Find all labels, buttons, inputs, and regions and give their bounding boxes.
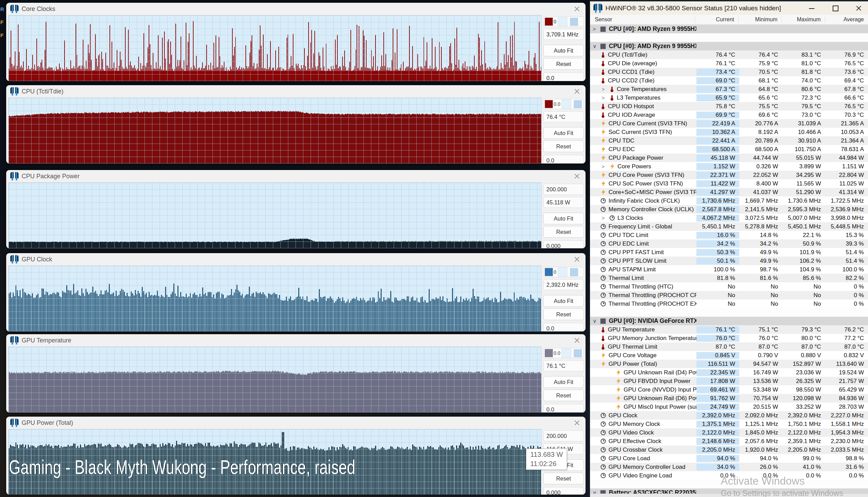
reset-button[interactable]: Reset [543,226,584,238]
chevron-right-icon[interactable]: > [602,215,609,221]
auto-fit-button[interactable]: Auto Fit [543,45,584,56]
sensor-row[interactable]: GPU Video Clock2,122.0 MHz1,845.0 MHz2,1… [590,428,868,437]
graph-area[interactable] [8,347,542,413]
section-row[interactable]: ∨CPU [#0]: AMD Ryzen 9 9955HX: Enhanced [590,42,868,50]
graph-area[interactable] [8,15,542,81]
sensor-row[interactable]: GPU FBVDD Input Power17.808 W13.536 W26.… [590,377,868,385]
legend-toggle-box[interactable] [574,100,582,108]
sensor-row[interactable]: GPU Clock2,392.0 MHz2,092.0 MHz2,392.0 M… [590,411,868,420]
sensor-row[interactable]: Infinity Fabric Clock (FCLK)1,730.6 MHz1… [590,196,868,205]
chevron-down-icon[interactable]: ∨ [593,318,600,324]
close-icon[interactable] [574,337,580,343]
legend-spin-box[interactable] [562,349,571,358]
auto-fit-button[interactable]: Auto Fit [543,127,584,139]
sensor-row[interactable]: CPU Package Power45.118 W44.744 W55.015 … [590,154,868,162]
sensor-row[interactable]: Memory Controller Clock (UCLK)2,567.8 MH… [590,205,868,214]
sensor-row[interactable]: GPU Memory Junction Temperature76.0 °C76… [590,334,868,342]
panel-title-bar[interactable]: CPU (Tctl/Tdie) [6,85,586,98]
sensor-row[interactable]: Thermal Throttling (PROCHOT CPU)NoNoNo0 … [590,291,868,300]
sensor-row[interactable]: >L3 Temperatures65.9 °C65.6 °C72.3 °C66.… [590,93,868,102]
close-icon[interactable] [574,173,580,179]
sensor-row[interactable]: APU STAPM Limit100.0 %98.7 %104.9 %100.0… [590,265,868,274]
sensor-row[interactable]: GPU Temperature76.1 °C75.1 °C79.3 °C76.2… [590,325,868,334]
sensor-row[interactable]: GPU Core Load94.0 %94.0 %99.0 %98.8 % [590,454,868,463]
legend-toggle-box[interactable] [570,18,578,26]
auto-fit-button[interactable]: Auto Fit [543,213,584,224]
sensor-row[interactable]: CPU IOD Average69.9 °C69.6 °C73.0 °C70.3… [590,111,868,119]
sensor-row[interactable]: Thermal Limit81.8 %81.6 %85.6 %82.2 % [590,274,868,282]
legend-toggle-box[interactable] [574,349,582,357]
close-icon[interactable] [574,88,580,94]
graph-area[interactable] [8,98,542,163]
legend-row[interactable]: 0 [543,16,584,27]
sensor-row[interactable]: CPU PPT FAST Limit50.3 %49.9 %101.9 %51.… [590,248,868,257]
sensor-row[interactable]: CPU EDC Limit34.2 %34.2 %50.9 %39.3 % [590,239,868,248]
reset-button[interactable]: Reset [543,473,584,484]
sensor-row[interactable]: GPU Core Voltage0.845 V0.790 V0.880 V0.8… [590,351,868,360]
sensor-row[interactable]: CPU EDC68.500 A68.500 A101.750 A78.631 A [590,145,868,154]
chevron-right-icon[interactable]: > [593,26,600,32]
sensor-row[interactable]: GPU Unknown Rail (D6) Power (su...91.762… [590,394,868,403]
chevron-right-icon[interactable]: > [602,86,609,92]
sensor-row[interactable]: Core+SoC+MISC Power (SVI3 TFN)41.297 W41… [590,188,868,196]
legend-toggle-box[interactable] [570,268,578,276]
close-icon[interactable] [574,256,580,262]
auto-fit-button[interactable]: Auto Fit [543,295,584,307]
sensor-row[interactable]: GPU Misc0 Input Power (sum)24.749 W20.51… [590,403,868,411]
chevron-right-icon[interactable]: > [602,95,609,101]
legend-spin-box[interactable] [558,268,567,276]
legend-row[interactable]: 0.0 [543,99,584,109]
graph-area[interactable] [8,182,542,248]
sensor-row[interactable]: CPU TDC Limit16.0 %14.8 %22.1 %15.3 % [590,231,868,239]
sensor-row[interactable]: CPU (Tctl/Tdie)76.4 °C76.4 °C83.1 °C76.9… [590,50,868,59]
section-row[interactable]: >CPU [#0]: AMD Ryzen 9 9955HX [590,25,868,33]
sensor-row[interactable]: CPU TDC22.441 A20.789 A30.910 A21.364 A [590,136,868,145]
legend-row[interactable]: 0.0 [543,348,584,358]
section-row[interactable]: ∨GPU [#0]: NVIDIA GeForce RTX 5070 Ti La… [590,317,868,325]
sensor-row[interactable]: Thermal Throttling (HTC)NoNoNo0 % [590,282,868,291]
close-icon[interactable] [574,420,580,426]
window-title-bar[interactable]: HWiNFO® 32 v8.30-5800 Sensor Status [210… [590,1,868,15]
sensor-row[interactable]: Frequency Limit - Global5,450.1 MHz5,278… [590,222,868,231]
panel-title-bar[interactable]: GPU Temperature [6,334,586,347]
close-icon[interactable] [855,4,863,12]
reset-button[interactable]: Reset [543,308,584,320]
sensor-row[interactable]: GPU Thermal Limit87.0 °C87.0 °C87.0 °C87… [590,342,868,351]
sensor-row[interactable]: GPU Power (Total)116.511 W94.547 W152.89… [590,360,868,368]
sensor-row[interactable]: GPU Memory Clock1,375.1 MHz1,125.1 MHz1,… [590,420,868,428]
minimize-icon[interactable] [808,4,816,12]
legend-row[interactable]: 0 [543,267,584,277]
sensor-row[interactable]: Thermal Throttling (PROCHOT EXT)NoNoNo0 … [590,300,868,308]
close-icon[interactable] [574,6,580,12]
panel-title-bar[interactable]: GPU Power (Total) [6,417,586,429]
sensor-row[interactable]: GPU Crossbar Clock2,205.0 MHz1,920.0 MHz… [590,445,868,454]
sensor-row[interactable]: CPU Core Power (SVI3 TFN)22.371 W22.052 … [590,171,868,179]
sensor-row[interactable]: >Core Powers1.152 W0.326 W3.899 W1.151 W [590,162,868,171]
sensor-row[interactable]: SoC Current (SVI3 TFN)10.362 A8.192 A10.… [590,128,868,136]
sensor-row[interactable]: CPU PPT SLOW Limit50.1 %49.9 %106.2 %51.… [590,257,868,265]
auto-fit-button[interactable]: Auto Fit [543,376,584,388]
sensor-row[interactable]: GPU Effective Clock2,148.6 MHz2,057.6 MH… [590,437,868,445]
sensor-row[interactable]: CPU Core Current (SVI3 TFN)22.419 A20.77… [590,119,868,128]
reset-button[interactable]: Reset [543,140,584,152]
chevron-down-icon[interactable]: ∨ [593,43,600,49]
maximize-icon[interactable] [832,4,839,12]
legend-spin-box[interactable] [558,17,567,26]
panel-title-bar[interactable]: GPU Clock [6,253,586,266]
graph-area[interactable] [8,266,542,331]
reset-button[interactable]: Reset [543,58,584,70]
sensor-row[interactable]: GPU Memory Controller Load34.0 %26.0 %41… [590,463,868,471]
sensor-row[interactable]: CPU IOD Hotspot75.8 °C75.5 °C79.5 °C76.5… [590,102,868,111]
panel-title-bar[interactable]: CPU Package Power [6,170,586,182]
legend-spin-box[interactable] [562,100,571,109]
sensor-row[interactable]: GPU Core (NVVDD) Input Power (s...69.461… [590,385,868,394]
chevron-down-icon[interactable]: ∨ [593,490,600,494]
sensor-row[interactable]: CPU CCD2 (Tdie)69.0 °C68.1 °C74.0 °C69.4… [590,76,868,85]
panel-title-bar[interactable]: Core Clocks [6,3,586,15]
sensor-row[interactable]: >L3 Clocks4,067.2 MHz3,072.5 MHz5,007.0 … [590,214,868,222]
sensor-row[interactable]: GPU Unknown Rail (D4) Power22.345 W16.74… [590,368,868,377]
sensor-row[interactable]: CPU SoC Power (SVI3 TFN)11.422 W8.400 W1… [590,179,868,188]
sensor-row[interactable]: CPU Die (average)76.1 °C75.9 °C81.0 °C76… [590,59,868,68]
reset-button[interactable]: Reset [543,389,584,401]
chevron-right-icon[interactable]: > [602,163,609,169]
